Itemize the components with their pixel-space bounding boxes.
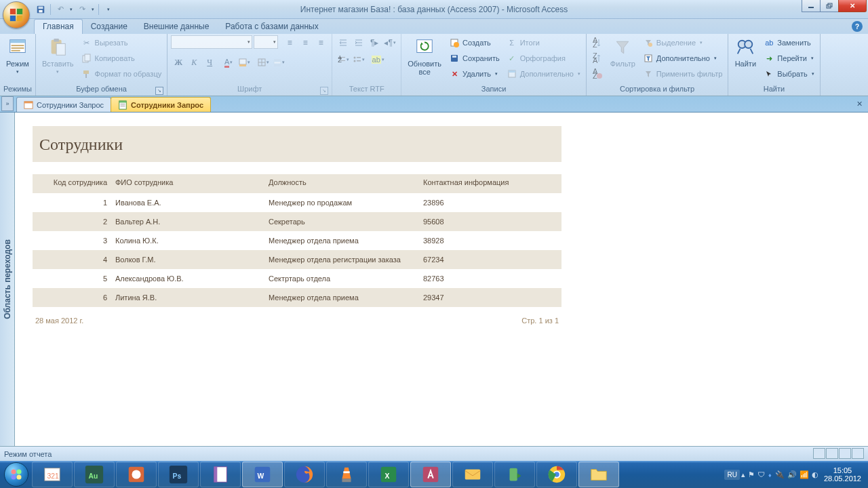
taskbar-app-audition[interactable]: Au <box>74 462 115 487</box>
report-view-button[interactable] <box>813 448 825 459</box>
taskbar-app-word[interactable]: W <box>242 462 283 487</box>
report-row[interactable]: 6Литина Я.В.Менеджер отдела приема29347 <box>33 288 561 307</box>
format-painter-button[interactable]: Формат по образцу <box>79 66 164 81</box>
close-button[interactable]: ✕ <box>838 0 867 12</box>
report-row[interactable]: 5Александрова Ю.В.Сектртарь отдела82763 <box>33 269 561 288</box>
fill-color-button[interactable] <box>237 55 252 70</box>
bullet-list-button[interactable] <box>351 52 366 67</box>
clear-sort-button[interactable]: AZ <box>590 66 605 81</box>
tray-volume-icon[interactable]: 🔊 <box>787 470 797 479</box>
sort-asc-button[interactable]: AZ <box>590 35 605 50</box>
copy-button[interactable]: Копировать <box>79 51 164 66</box>
doc-tab-report[interactable]: Сотрудники Запрос <box>111 97 211 112</box>
taskbar-app-onenote[interactable] <box>200 462 241 487</box>
taskbar-app-photoshop[interactable]: Ps <box>158 462 199 487</box>
layout-view-button[interactable] <box>839 448 851 459</box>
qat-undo-icon[interactable]: ↶ <box>54 3 67 16</box>
report-row[interactable]: 1Иванова Е.А.Менеджер по продажам23896 <box>33 193 561 212</box>
goto-button[interactable]: ➜Перейти▾ <box>762 51 816 66</box>
gridlines-button[interactable] <box>256 55 271 70</box>
tray-up-icon[interactable]: ▴ <box>741 470 745 479</box>
totals-button[interactable]: ΣИтоги <box>505 35 583 50</box>
paste-button[interactable]: Вставить▾ <box>39 35 77 76</box>
filter-button[interactable]: Фильтр <box>608 35 638 69</box>
font-name-combo[interactable]: ▾ <box>171 35 252 49</box>
qat-redo-menu[interactable]: ▾ <box>90 3 96 16</box>
font-size-combo[interactable]: ▾ <box>254 35 278 49</box>
replace-button[interactable]: abЗаменить <box>762 35 816 50</box>
tray-misc-icon[interactable]: ◐ <box>812 470 818 479</box>
tray-flag-icon[interactable]: ⚑ <box>748 470 755 479</box>
spelling-button[interactable]: ✓Орфография <box>505 51 583 66</box>
tab-create[interactable]: Создание <box>83 20 136 34</box>
underline-button[interactable]: Ч <box>202 55 217 70</box>
office-button[interactable] <box>3 1 30 28</box>
start-button[interactable] <box>1 461 31 488</box>
tab-home[interactable]: Главная <box>34 19 83 34</box>
sort-desc-button[interactable]: ZA <box>590 51 605 66</box>
minimize-button[interactable] <box>802 0 821 12</box>
font-color-button[interactable]: A <box>221 55 236 70</box>
taskbar-app-vlc[interactable] <box>326 462 367 487</box>
increase-indent-button[interactable] <box>351 35 366 50</box>
taskbar-app-excel[interactable]: X <box>368 462 409 487</box>
more-records-button[interactable]: Дополнительно▾ <box>505 66 583 81</box>
taskbar-app-firefox[interactable] <box>284 462 325 487</box>
save-record-button[interactable]: Сохранить <box>447 51 502 66</box>
cut-button[interactable]: ✂Вырезать <box>79 35 164 50</box>
taskbar-app-access[interactable] <box>410 462 451 487</box>
decrease-indent-button[interactable] <box>336 35 351 50</box>
highlight-button[interactable]: ab <box>370 52 385 67</box>
report-row[interactable]: 3Колина Ю.К.Менеджер отдела приема38928 <box>33 231 561 250</box>
taskbar-app-chrome[interactable] <box>536 462 577 487</box>
delete-record-button[interactable]: ✕Удалить▾ <box>447 66 502 81</box>
alt-row-color-button[interactable] <box>271 55 286 70</box>
qat-redo-icon[interactable]: ↷ <box>75 3 89 16</box>
rtl-button[interactable]: ◂¶ <box>382 35 397 50</box>
tray-power-icon[interactable]: 🔌 <box>775 470 785 479</box>
view-button[interactable]: Режим▾ <box>3 35 32 76</box>
taskbar-app-1[interactable]: 321 <box>32 462 73 487</box>
advanced-filter-button[interactable]: Дополнительно▾ <box>641 51 725 66</box>
select-button[interactable]: Выбрать▾ <box>762 66 816 81</box>
design-view-button[interactable] <box>852 448 864 459</box>
restore-button[interactable] <box>820 0 839 12</box>
clipboard-dialog-launcher[interactable]: ↘ <box>155 87 163 95</box>
report-row[interactable]: 2Вальтер А.Н.Секретарь95608 <box>33 212 561 231</box>
align-center-button[interactable]: ≡ <box>298 35 313 50</box>
selection-filter-button[interactable]: Выделение▾ <box>641 35 725 50</box>
find-button[interactable]: Найти <box>732 35 759 69</box>
toggle-filter-button[interactable]: Применить фильтр <box>641 66 725 81</box>
tray-bluetooth-icon[interactable]: ⬧ <box>768 470 772 479</box>
doc-tab-query[interactable]: Сотрудники Запрос <box>16 97 111 112</box>
tab-external-data[interactable]: Внешние данные <box>136 20 218 34</box>
bold-button[interactable]: Ж <box>171 55 186 70</box>
qat-save-icon[interactable] <box>34 3 47 16</box>
print-preview-button[interactable] <box>826 448 838 459</box>
qat-undo-menu[interactable]: ▾ <box>68 3 74 16</box>
align-right-button[interactable]: ≡ <box>313 35 328 50</box>
tab-database-tools[interactable]: Работа с базами данных <box>217 20 326 34</box>
navigation-pane-collapsed[interactable]: Область переходов <box>0 113 15 446</box>
qat-customize[interactable]: ▾ <box>102 3 115 16</box>
ltr-button[interactable]: ¶▸ <box>367 35 382 50</box>
font-dialog-launcher[interactable]: ↘ <box>320 87 328 95</box>
italic-button[interactable]: К <box>186 55 201 70</box>
tray-shield-icon[interactable]: 🛡 <box>757 470 765 479</box>
taskbar-app-outlook[interactable] <box>452 462 493 487</box>
close-tab-button[interactable]: ✕ <box>854 99 864 108</box>
tray-network-icon[interactable]: 📶 <box>800 470 809 479</box>
numbered-list-button[interactable]: 12 <box>336 52 351 67</box>
tray-language[interactable]: RU <box>724 470 739 480</box>
taskbar-app-powerpoint[interactable] <box>116 462 157 487</box>
new-record-button[interactable]: Создать <box>447 35 502 50</box>
svg-rect-85 <box>510 468 517 481</box>
help-icon[interactable]: ? <box>852 21 863 32</box>
align-left-button[interactable]: ≡ <box>282 35 297 50</box>
refresh-all-button[interactable]: Обновить все <box>405 35 444 77</box>
nav-pane-toggle[interactable]: » <box>1 96 14 111</box>
taskbar-app-7[interactable] <box>494 462 535 487</box>
tray-clock[interactable]: 15:05 28.05.2012 <box>820 466 865 483</box>
report-row[interactable]: 4Волков Г.М.Менеджер отдела регистрации … <box>33 250 561 269</box>
taskbar-app-explorer[interactable] <box>578 462 619 487</box>
